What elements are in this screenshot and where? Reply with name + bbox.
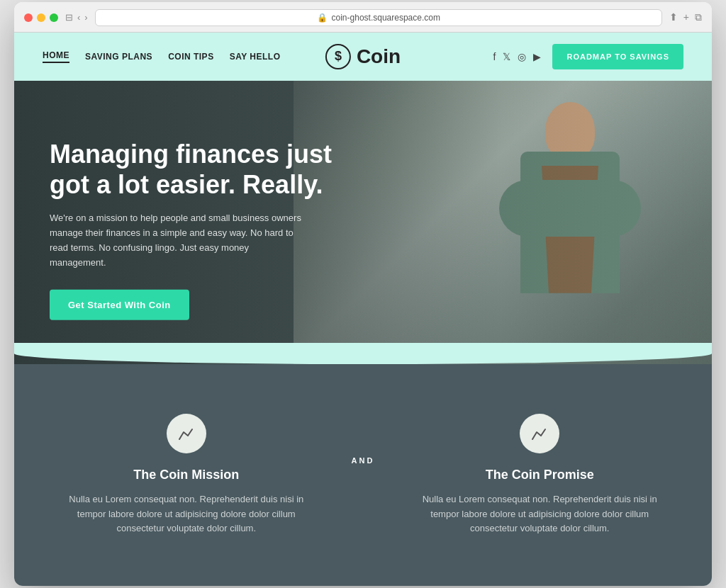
roadmap-cta-button[interactable]: ROADMAP TO SAVINGS <box>552 44 683 69</box>
facebook-icon[interactable]: f <box>493 51 496 62</box>
instagram-icon[interactable]: ◎ <box>518 51 526 62</box>
minimize-button[interactable] <box>37 13 45 22</box>
browser-window: ⊟ ‹ › 🔒 coin-ghost.squarespace.com ⬆ + ⧉… <box>14 2 712 586</box>
mission-title: The Coin Mission <box>57 468 316 482</box>
hero-cta-button[interactable]: Get Started With Coin <box>50 290 189 320</box>
feature-promise-card: The Coin Promise Nulla eu Lorem consequa… <box>396 400 683 550</box>
dollar-sign: $ <box>335 49 342 64</box>
promise-text: Nulla eu Lorem consequat non. Reprehende… <box>410 492 669 536</box>
mission-text: Nulla eu Lorem consequat non. Reprehende… <box>57 492 316 536</box>
maximize-button[interactable] <box>50 13 58 22</box>
social-icons: f 𝕏 ◎ ▶ <box>493 51 542 62</box>
promise-title: The Coin Promise <box>410 468 669 482</box>
hero-content: Managing finances just got a lot easier.… <box>50 139 362 321</box>
logo-text: Coin <box>357 45 401 68</box>
url-text: coin-ghost.squarespace.com <box>332 13 440 23</box>
logo-icon: $ <box>325 44 351 69</box>
mission-icon <box>167 414 206 453</box>
lock-icon: 🔒 <box>317 13 328 23</box>
browser-controls: ⊟ ‹ › <box>65 12 88 23</box>
hero-title: Managing finances just got a lot easier.… <box>50 139 362 200</box>
and-label: AND <box>352 456 375 465</box>
nav-coin-tips[interactable]: COIN TIPS <box>168 52 214 62</box>
hero-section: Managing finances just got a lot easier.… <box>14 81 712 364</box>
nav-links: HOME SAVING PLANS COIN TIPS SAY HELLO <box>43 50 281 63</box>
address-bar[interactable]: 🔒 coin-ghost.squarespace.com <box>95 9 662 26</box>
navbar: HOME SAVING PLANS COIN TIPS SAY HELLO $ … <box>14 33 712 81</box>
and-divider: AND <box>352 400 375 465</box>
features-section: The Coin Mission Nulla eu Lorem consequa… <box>14 364 712 586</box>
website-content: HOME SAVING PLANS COIN TIPS SAY HELLO $ … <box>14 33 712 586</box>
promise-icon <box>520 414 559 453</box>
nav-saving-plans[interactable]: SAVING PLANS <box>85 52 152 62</box>
nav-home[interactable]: HOME <box>43 50 69 63</box>
sidebar-toggle-icon[interactable]: ⊟ <box>65 12 73 23</box>
share-icon[interactable]: ⬆ <box>669 11 678 23</box>
browser-actions: ⬆ + ⧉ <box>669 11 702 23</box>
hero-description: We're on a mission to help people and sm… <box>50 211 305 270</box>
tabs-icon[interactable]: ⧉ <box>695 11 702 23</box>
nav-say-hello[interactable]: SAY HELLO <box>230 52 281 62</box>
nav-right: f 𝕏 ◎ ▶ ROADMAP TO SAVINGS <box>493 44 683 69</box>
nav-curve <box>14 343 712 364</box>
feature-mission-card: The Coin Mission Nulla eu Lorem consequa… <box>43 400 330 550</box>
traffic-lights <box>24 13 58 22</box>
forward-button[interactable]: › <box>84 12 87 23</box>
youtube-icon[interactable]: ▶ <box>533 51 541 62</box>
browser-chrome: ⊟ ‹ › 🔒 coin-ghost.squarespace.com ⬆ + ⧉ <box>14 2 712 33</box>
new-tab-icon[interactable]: + <box>683 11 689 23</box>
twitter-icon[interactable]: 𝕏 <box>503 51 510 62</box>
logo[interactable]: $ Coin <box>325 44 401 69</box>
back-button[interactable]: ‹ <box>77 12 80 23</box>
close-button[interactable] <box>24 13 33 22</box>
